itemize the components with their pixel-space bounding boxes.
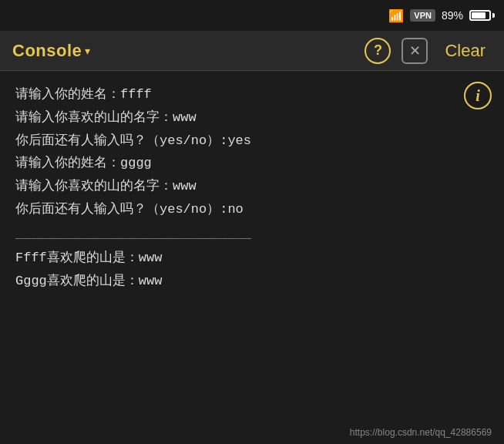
chevron-down-icon: ▾ (85, 45, 90, 57)
console-line-4: 请输入你的姓名：gggg (15, 152, 489, 175)
console-title: Console (12, 41, 82, 61)
toolbar: Console ▾ ? ✕ Clear (0, 31, 504, 71)
info-icon[interactable]: i (464, 82, 492, 109)
toolbar-left: Console ▾ (12, 41, 90, 61)
console-line-3: 你后面还有人输入吗？（yes/no）:yes (15, 130, 489, 153)
console-content: i 请输入你的姓名：ffff 请输入你喜欢的山的名字：www 你后面还有人输入吗… (0, 71, 504, 444)
console-line-5: 请输入你喜欢的山的名字：www (15, 175, 489, 198)
vpn-badge: VPN (410, 9, 435, 22)
wifi-icon: 📶 (388, 8, 404, 23)
battery-percent: 89% (442, 9, 463, 22)
clear-button[interactable]: Clear (438, 38, 492, 64)
console-line-2: 请输入你喜欢的山的名字：www (15, 106, 489, 130)
url-bar: https://blog.csdn.net/qq_42886569 (350, 427, 492, 438)
result-line-2: Gggg喜欢爬的山是：www (15, 270, 489, 293)
help-button[interactable]: ? (365, 38, 391, 64)
separator: ______________________________ (15, 223, 489, 246)
close-button[interactable]: ✕ (402, 38, 428, 64)
console-line-6: 你后面还有人输入吗？（yes/no）:no (15, 198, 489, 221)
console-line-1: 请输入你的姓名：ffff (15, 83, 489, 106)
status-bar: 📶 VPN 89% (0, 0, 504, 31)
toolbar-right: ? ✕ Clear (365, 38, 492, 64)
result-line-1: Ffff喜欢爬的山是：www (15, 247, 489, 270)
battery-icon (469, 10, 495, 21)
